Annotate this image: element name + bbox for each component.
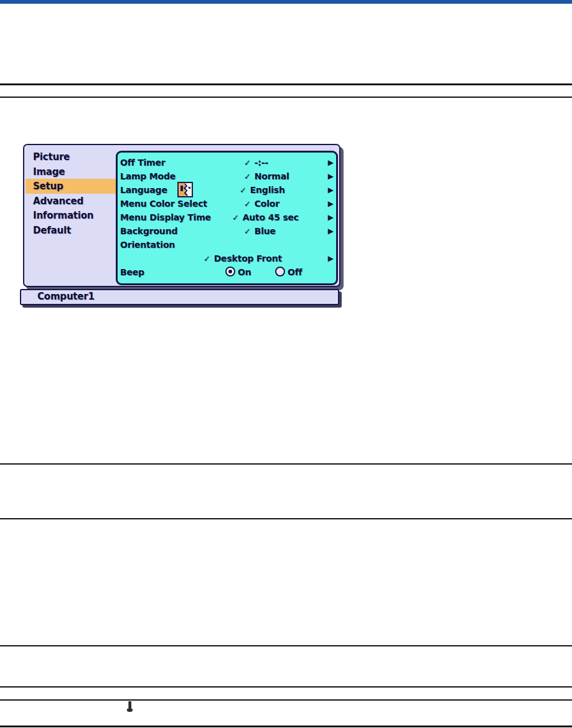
- beep-on-label: On: [238, 267, 251, 277]
- pin-icon: [127, 701, 133, 712]
- chevron-right-icon: ▶: [328, 252, 334, 265]
- beep-on-radio[interactable]: On: [225, 266, 251, 278]
- horizontal-rule: [0, 463, 572, 465]
- sidebar-item-default[interactable]: Default: [26, 223, 116, 238]
- beep-label: Beep: [120, 266, 144, 278]
- orientation-value: ✓Desktop Front: [204, 252, 282, 265]
- horizontal-rule: [0, 518, 572, 519]
- chevron-right-icon: ▶: [328, 211, 334, 224]
- chevron-right-icon: ▶: [328, 197, 334, 210]
- menu-row-orientation[interactable]: Orientation: [118, 239, 336, 251]
- menu-row-language[interactable]: Language ✓English ▶: [118, 184, 336, 196]
- horizontal-rule: [0, 97, 572, 98]
- menu-row-beep[interactable]: Beep On Off: [118, 266, 336, 278]
- menu-row-orientation-value[interactable]: ✓Desktop Front ▶: [118, 252, 336, 265]
- horizontal-rule: [0, 686, 572, 688]
- horizontal-rule: [0, 83, 572, 85]
- chevron-right-icon: ▶: [328, 225, 334, 237]
- horizontal-rule: [0, 645, 572, 646]
- menu-row-menu-display-time[interactable]: Menu Display Time ✓Auto 45 sec ▶: [118, 211, 336, 224]
- off-timer-label: Off Timer: [120, 156, 166, 169]
- check-icon: ✓: [244, 225, 251, 238]
- settings-panel: Off Timer ✓-:-- ▶ Lamp Mode ✓Normal ▶ La…: [116, 151, 338, 285]
- menu-display-time-value: ✓Auto 45 sec: [232, 211, 299, 224]
- chevron-right-icon: ▶: [328, 156, 334, 169]
- background-value: ✓Blue: [244, 225, 276, 238]
- sidebar-item-picture[interactable]: Picture: [26, 149, 116, 164]
- page-top-accent-bar: [0, 0, 572, 4]
- check-icon: ✓: [244, 171, 251, 183]
- source-bar: Computer1: [20, 289, 339, 305]
- check-icon: ✓: [240, 184, 246, 197]
- radio-off-icon: [275, 267, 285, 277]
- check-icon: ✓: [204, 253, 210, 265]
- language-label: Language: [120, 184, 167, 196]
- menu-row-lamp-mode[interactable]: Lamp Mode ✓Normal ▶: [118, 170, 336, 182]
- radio-on-icon: [225, 267, 235, 277]
- beep-off-radio[interactable]: Off: [275, 266, 302, 278]
- lamp-mode-label: Lamp Mode: [120, 170, 176, 182]
- sidebar-item-information[interactable]: Information: [26, 208, 116, 223]
- chevron-right-icon: ▶: [328, 170, 334, 182]
- orientation-label: Orientation: [120, 239, 175, 251]
- check-icon: ✓: [244, 157, 251, 169]
- source-name: Computer1: [21, 290, 338, 303]
- menu-color-select-label: Menu Color Select: [120, 197, 207, 210]
- horizontal-rule: [0, 726, 572, 727]
- sidebar-item-setup[interactable]: Setup: [26, 179, 116, 194]
- sidebar-item-image[interactable]: Image: [26, 164, 116, 179]
- language-value: ✓English: [240, 184, 285, 197]
- off-timer-value: ✓-:--: [244, 156, 268, 169]
- check-icon: ✓: [232, 212, 239, 224]
- menu-display-time-label: Menu Display Time: [120, 211, 211, 224]
- language-icon: [177, 182, 193, 197]
- chevron-right-icon: ▶: [328, 184, 334, 196]
- lamp-mode-value: ✓Normal: [244, 170, 289, 183]
- osd-menu-window: Picture Image Setup Advanced Information…: [23, 144, 340, 287]
- sidebar-item-advanced[interactable]: Advanced: [26, 194, 116, 209]
- horizontal-rule: [0, 699, 572, 701]
- check-icon: ✓: [244, 198, 251, 210]
- menu-color-select-value: ✓Color: [244, 197, 279, 210]
- menu-row-background[interactable]: Background ✓Blue ▶: [118, 225, 336, 237]
- beep-off-label: Off: [288, 267, 302, 277]
- menu-row-off-timer[interactable]: Off Timer ✓-:-- ▶: [118, 156, 336, 169]
- pin-base: [127, 709, 133, 712]
- manual-page: Picture Image Setup Advanced Information…: [0, 0, 572, 728]
- menu-row-menu-color-select[interactable]: Menu Color Select ✓Color ▶: [118, 197, 336, 210]
- background-label: Background: [120, 225, 177, 237]
